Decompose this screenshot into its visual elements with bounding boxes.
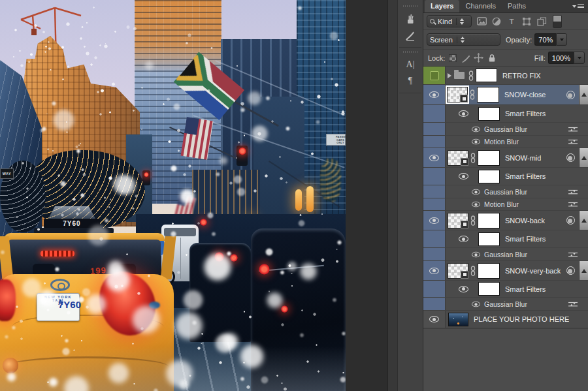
filter-options-icon[interactable]	[568, 138, 578, 146]
layer-mask-thumbnail[interactable]	[476, 69, 497, 82]
collapse-effects-button[interactable]	[579, 148, 588, 167]
filter-adjustment-layers-button[interactable]	[491, 16, 502, 27]
smart-filters-row[interactable]: Smart Filters	[423, 105, 588, 123]
layer-filtering-toggle[interactable]	[553, 15, 562, 28]
filter-mask-thumbnail[interactable]	[478, 170, 500, 183]
smart-object-thumbnail[interactable]	[448, 263, 468, 279]
visibility-toggle[interactable]	[423, 148, 446, 167]
smart-filters-row[interactable]: Smart Filters	[423, 281, 588, 298]
filter-name[interactable]: Gaussian Blur	[484, 188, 527, 196]
layer-mask-thumbnail[interactable]	[478, 150, 500, 166]
tab-channels[interactable]: Channels	[459, 0, 501, 12]
smart-object-thumbnail[interactable]	[448, 213, 468, 228]
brush-presets-panel-button[interactable]	[399, 10, 421, 27]
smart-object-thumbnail[interactable]	[447, 87, 468, 102]
eye-icon[interactable]	[472, 301, 480, 307]
filter-mask-thumbnail[interactable]	[478, 282, 500, 296]
panel-menu-button[interactable]	[571, 3, 585, 10]
eye-icon[interactable]	[459, 110, 468, 117]
layer-mask-thumbnail[interactable]	[478, 213, 500, 228]
filter-row-motion-blur[interactable]: Motion Blur	[423, 198, 588, 211]
filter-row-gaussian-blur[interactable]: Gaussian Blur	[423, 248, 588, 261]
opacity-value-field[interactable]: 70%	[534, 33, 556, 46]
filter-row-gaussian-blur[interactable]: Gaussian Blur	[423, 123, 588, 136]
layer-row-snow-mid[interactable]: SNOW-mid	[423, 148, 588, 168]
eye-icon[interactable]	[472, 202, 480, 208]
collapse-effects-button[interactable]	[579, 85, 588, 104]
filter-pixel-layers-button[interactable]	[476, 16, 487, 27]
smart-filters-label[interactable]: Smart Filters	[505, 235, 546, 243]
layer-row-snow-very-back[interactable]: SNOW-very-back	[423, 261, 588, 281]
expand-group-icon[interactable]	[448, 73, 451, 78]
filter-name[interactable]: Gaussian Blur	[484, 300, 527, 308]
filter-mask-thumbnail[interactable]	[478, 107, 500, 121]
paragraph-panel-button[interactable]: ¶	[399, 72, 421, 89]
filter-options-icon[interactable]	[568, 188, 578, 196]
lock-pixels-button[interactable]	[460, 53, 471, 63]
layer-name[interactable]: SNOW-close	[504, 91, 546, 99]
layer-row-retro-fix[interactable]: RETRO FIX	[423, 67, 588, 85]
visibility-toggle[interactable]	[423, 211, 446, 230]
layer-mask-thumbnail[interactable]	[478, 263, 500, 279]
layer-list-empty-area[interactable]	[423, 328, 588, 390]
smart-object-thumbnail[interactable]	[448, 150, 468, 166]
lock-all-button[interactable]	[486, 53, 497, 63]
filter-mask-thumbnail[interactable]	[478, 232, 500, 246]
fill-value-field[interactable]: 100%	[548, 52, 574, 64]
filter-name[interactable]: Motion Blur	[484, 200, 519, 208]
layer-row-snow-back[interactable]: SNOW-back	[423, 211, 588, 230]
eye-icon[interactable]	[459, 236, 468, 242]
filter-options-icon[interactable]	[568, 125, 578, 133]
blend-mode-select[interactable]: Screen	[427, 33, 500, 46]
filter-row-gaussian-blur[interactable]: Gaussian Blur	[423, 298, 588, 311]
eye-icon[interactable]	[472, 251, 480, 257]
eye-icon[interactable]	[472, 139, 480, 145]
layer-name[interactable]: SNOW-very-back	[505, 267, 561, 275]
fill-dropdown-button[interactable]	[574, 52, 585, 64]
smart-filters-row[interactable]: Smart Filters	[423, 230, 588, 248]
tab-layers[interactable]: Layers	[425, 0, 459, 12]
visibility-toggle[interactable]	[423, 67, 446, 84]
brush-panel-button[interactable]	[399, 27, 421, 43]
tab-paths[interactable]: Paths	[502, 0, 532, 12]
filter-row-motion-blur[interactable]: Motion Blur	[423, 136, 588, 148]
filter-row-gaussian-blur[interactable]: Gaussian Blur	[423, 185, 588, 198]
dock-grip[interactable]	[403, 5, 417, 7]
filter-smart-objects-button[interactable]	[536, 16, 547, 27]
photo-layer-thumbnail[interactable]	[448, 313, 468, 326]
layer-row-snow-close[interactable]: SNOW-close	[423, 85, 588, 105]
collapse-effects-button[interactable]	[579, 261, 588, 280]
lock-position-button[interactable]	[473, 53, 484, 63]
smart-filters-label[interactable]: Smart Filters	[505, 110, 546, 117]
canvas-photo[interactable]: PASSENGERCARS ONLY WAY 7Y60 199	[0, 0, 346, 391]
smart-filters-label[interactable]: Smart Filters	[505, 285, 546, 293]
eye-icon[interactable]	[472, 126, 480, 132]
layer-row-place-your-photo[interactable]: PLACE YOUR PHOTO HERE	[423, 311, 588, 328]
smart-filters-label[interactable]: Smart Filters	[505, 172, 546, 180]
visibility-toggle[interactable]	[423, 261, 446, 280]
opacity-dropdown-button[interactable]	[556, 33, 567, 46]
layer-name[interactable]: PLACE YOUR PHOTO HERE	[474, 315, 569, 323]
smart-filters-row[interactable]: Smart Filters	[423, 168, 588, 185]
eye-icon[interactable]	[459, 173, 468, 180]
filter-options-icon[interactable]	[568, 200, 578, 208]
character-panel-button[interactable]: A|	[399, 56, 421, 72]
visibility-toggle[interactable]	[423, 311, 446, 328]
filter-name[interactable]: Motion Blur	[484, 138, 519, 146]
eye-icon[interactable]	[459, 286, 468, 292]
layer-name[interactable]: RETRO FIX	[502, 72, 541, 80]
layer-mask-thumbnail[interactable]	[477, 87, 499, 102]
visibility-toggle[interactable]	[423, 85, 446, 104]
filter-shape-layers-button[interactable]	[521, 16, 532, 27]
filter-options-icon[interactable]	[568, 251, 578, 258]
filter-kind-select[interactable]: Kind	[427, 15, 472, 27]
layer-name[interactable]: SNOW-mid	[505, 154, 541, 162]
eye-icon[interactable]	[472, 189, 480, 195]
lock-transparency-button[interactable]	[447, 53, 458, 63]
filter-type-layers-button[interactable]: T	[506, 16, 517, 27]
dock-grip[interactable]	[403, 51, 417, 53]
filter-options-icon[interactable]	[568, 300, 578, 308]
filter-name[interactable]: Gaussian Blur	[484, 125, 527, 133]
filter-name[interactable]: Gaussian Blur	[484, 251, 527, 258]
layer-name[interactable]: SNOW-back	[505, 217, 545, 225]
